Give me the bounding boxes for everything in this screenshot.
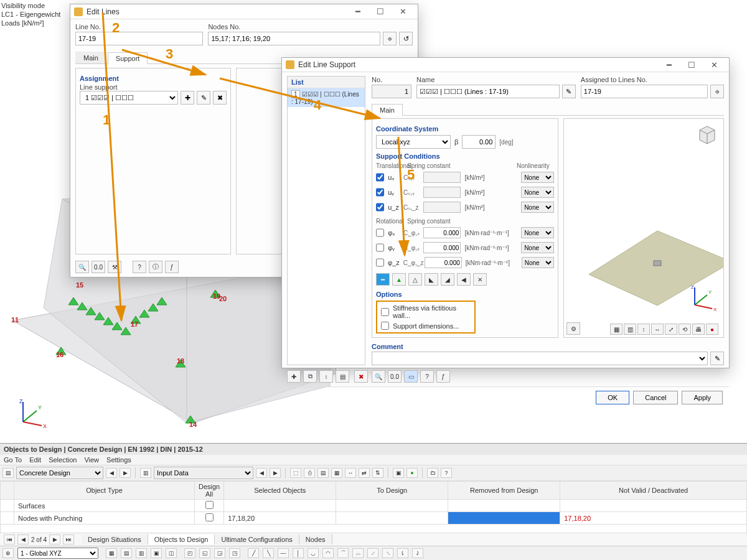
nav-next-icon[interactable]: ▶ [270, 468, 281, 478]
ok-button[interactable]: OK [596, 391, 629, 404]
menu-goto[interactable]: Go To [4, 456, 22, 464]
ux-checkbox[interactable] [376, 173, 384, 182]
tab-main[interactable]: Main [372, 104, 403, 116]
preset-icon[interactable]: ◀ [457, 273, 471, 286]
arc-icon[interactable]: ⤹ [397, 548, 408, 558]
view-tool-icon[interactable]: ▦ [610, 324, 622, 335]
tool-icon[interactable]: ▥ [140, 468, 151, 478]
line-icon[interactable]: │ [293, 548, 304, 558]
line-no-input[interactable] [75, 32, 203, 45]
new-support-button[interactable]: ✚ [181, 91, 194, 105]
support-preview[interactable]: X Y Z ⚙ ▦ ▥ ↕ ↔ ⤢ ⟲ 🖶 ● [563, 118, 724, 338]
tool-icon[interactable]: 🗀 [427, 468, 438, 478]
reverse-button[interactable]: ↺ [399, 32, 413, 45]
coord-icon[interactable]: ⊕ [2, 548, 14, 558]
tool-icon[interactable]: ⚒ [108, 261, 121, 273]
units-icon[interactable]: 0.0 [388, 370, 402, 383]
nav-next-icon[interactable]: ▶ [120, 468, 131, 478]
nav-prev-icon[interactable]: ◀ [256, 468, 267, 478]
table-row[interactable]: Nodes with Punching17,18,2017,18,20 [1, 512, 747, 525]
support-dimensions-checkbox[interactable] [381, 322, 389, 330]
ux-nonlin-select[interactable]: None [521, 172, 554, 183]
nav-next-icon[interactable]: ▶ [49, 534, 60, 544]
nodes-no-input[interactable] [208, 32, 380, 45]
tab-design-situations[interactable]: Design Situations [82, 534, 148, 544]
tool-icon[interactable]: ▦ [331, 468, 342, 478]
nav-prev-icon[interactable]: ◀ [17, 534, 29, 544]
cphix-input[interactable] [423, 227, 461, 238]
pick-lines-button[interactable]: ⎆ [710, 85, 724, 98]
delete-support-button[interactable]: ✖ [213, 91, 227, 105]
phiy-nonlin-select[interactable]: None [521, 242, 554, 253]
list-item[interactable]: 1☑☑☑ | ☐☐☐ (Lines : 17-19) [288, 88, 365, 107]
apply-button[interactable]: Apply [682, 391, 723, 404]
tool-icon[interactable]: ⇄ [359, 468, 370, 478]
edit-line-support-titlebar[interactable]: Edit Line Support ━ ☐ ✕ [282, 58, 729, 72]
tool-icon[interactable]: ⎙ [304, 468, 315, 478]
maximize-button[interactable]: ☐ [369, 5, 392, 19]
tool-icon[interactable]: ? [441, 468, 452, 478]
status-tool-icon[interactable]: ◰ [184, 548, 195, 558]
status-tool-icon[interactable]: ◲ [214, 548, 225, 558]
arc-icon[interactable]: ⤸ [412, 548, 423, 558]
nav-first-icon[interactable]: ⏮ [4, 534, 15, 544]
arc-icon[interactable]: ◡ [308, 548, 319, 558]
coord-system-select[interactable]: Local xyz [376, 135, 451, 149]
view-tool-icon[interactable]: 🖶 [692, 324, 705, 335]
design-all-checkbox[interactable] [205, 513, 214, 521]
arc-icon[interactable]: ⟋ [367, 548, 378, 558]
maximize-button[interactable]: ☐ [680, 58, 703, 72]
tool-icon[interactable]: ▤ [317, 468, 329, 478]
phiy-checkbox[interactable] [376, 243, 384, 252]
nav-prev-icon[interactable]: ◀ [106, 468, 117, 478]
status-tool-icon[interactable]: ▥ [136, 548, 147, 558]
close-button[interactable]: ✕ [392, 5, 414, 19]
comment-select[interactable] [372, 352, 708, 365]
script-icon[interactable]: ƒ [436, 370, 450, 383]
tool-icon[interactable]: ▤ [2, 468, 14, 478]
view-tool-icon[interactable]: ↕ [637, 324, 650, 335]
uy-checkbox[interactable] [376, 188, 384, 197]
status-tool-icon[interactable]: ◱ [199, 548, 210, 558]
units-icon[interactable]: 0.0 [92, 261, 105, 273]
tool-icon[interactable]: ↔ [345, 468, 356, 478]
view-tool-icon[interactable]: ▥ [624, 324, 636, 335]
coord-system-select[interactable]: 1 - Global XYZ [17, 548, 98, 559]
preset-icon[interactable]: ◣ [425, 273, 438, 286]
uy-nonlin-select[interactable]: None [521, 187, 554, 198]
delete-item-button[interactable]: ✖ [354, 370, 368, 383]
arc-icon[interactable]: ⌒ [337, 548, 349, 558]
status-tool-icon[interactable]: ◳ [229, 548, 240, 558]
arc-icon[interactable]: ◠ [322, 548, 334, 558]
new-item-button[interactable]: ✚ [287, 370, 301, 383]
status-tool-icon[interactable]: ▦ [106, 548, 117, 558]
preset-icon[interactable]: ◢ [441, 273, 454, 286]
menu-settings[interactable]: Settings [106, 456, 131, 464]
help-icon[interactable]: ? [420, 370, 434, 383]
table-row[interactable]: Surfaces [1, 500, 747, 512]
line-icon[interactable]: ╱ [248, 548, 259, 558]
tool-icon[interactable]: ⇅ [372, 468, 383, 478]
view-tool-icon[interactable]: ↔ [651, 324, 664, 335]
preset-icon[interactable]: △ [408, 273, 422, 286]
tab-support[interactable]: Support [108, 52, 148, 64]
view-tool-icon[interactable]: ⤢ [665, 324, 677, 335]
preset-fixed-icon[interactable]: ▲ [392, 273, 406, 286]
phiz-checkbox[interactable] [376, 258, 384, 267]
uz-checkbox[interactable] [376, 203, 384, 212]
preset-icon[interactable]: ✕ [473, 273, 487, 286]
preview-settings-button[interactable]: ⚙ [566, 322, 580, 335]
phix-checkbox[interactable] [376, 228, 384, 237]
line-support-select[interactable]: 1 ☑☑☑ | ☐☐☐ [80, 91, 178, 105]
edit-name-button[interactable]: ✎ [562, 85, 576, 98]
edit-support-button[interactable]: ✎ [197, 91, 210, 105]
highlight-icon[interactable]: ▭ [404, 370, 418, 383]
minimize-button[interactable]: ━ [658, 58, 680, 72]
design-all-checkbox[interactable] [205, 501, 214, 509]
menu-selection[interactable]: Selection [49, 456, 77, 464]
menu-edit[interactable]: Edit [29, 456, 41, 464]
pick-nodes-button[interactable]: ⎆ [383, 32, 397, 45]
arc-icon[interactable]: ⟍ [382, 548, 393, 558]
sort-button[interactable]: ↕ [319, 370, 333, 383]
assigned-input[interactable] [581, 85, 708, 98]
